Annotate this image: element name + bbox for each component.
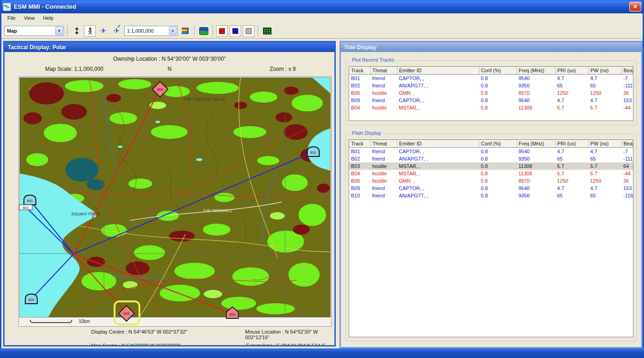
window-frame-left: [0, 0, 1, 358]
tote-body: Plot Recent Tracks TrackThreatEmitter ID…: [341, 52, 641, 347]
cell-freq: 11308: [517, 162, 555, 170]
cell-track: B10: [349, 192, 370, 199]
zoom-level-label: Zoom : x 9: [270, 66, 296, 72]
cell-pri: 65: [555, 82, 588, 89]
table-row[interactable]: B02friendAN/APG77, ,0.893506565-111: [349, 82, 633, 89]
cell-pri: 5.7: [555, 170, 588, 177]
tactical-display-window: Tactical Display: Polar Ownship Location…: [3, 41, 336, 346]
col-header-pw-ns-[interactable]: PW (ns): [588, 140, 621, 148]
layers-button[interactable]: [179, 25, 191, 37]
recent-tracks-table-wrap: TrackThreatEmitter IDConf (%)Freq (MHz)P…: [349, 66, 633, 121]
gray-display-button[interactable]: [243, 25, 254, 37]
cell-emitter: MSTAR, ,: [397, 162, 479, 170]
table-row[interactable]: B04hostileMSTAR, ,0.8113085.75.7-44: [349, 170, 633, 177]
close-button[interactable]: ×: [629, 2, 641, 12]
range-rings-button[interactable]: [71, 25, 82, 37]
col-header-bearing[interactable]: Bearing: [621, 140, 633, 148]
cell-bearing: 153: [621, 97, 633, 104]
cell-pri: 5.7: [555, 162, 588, 170]
col-header-threat[interactable]: Threat: [370, 67, 397, 75]
col-header-conf-[interactable]: Conf (%): [479, 140, 517, 148]
tote-title-bar[interactable]: Tote Display: [341, 42, 641, 52]
map-scale-row: Map Scale: 1:1,000,000 N Zoom : x 9: [5, 66, 334, 73]
scale-bar: [30, 320, 72, 323]
cell-emitter: CAPTOR, ,: [397, 75, 479, 82]
cell-emitter: MSTAR, ,: [397, 104, 479, 111]
cell-pri: 1250: [555, 89, 588, 97]
cell-conf: 0.8: [479, 75, 517, 82]
col-header-track[interactable]: Track: [349, 67, 370, 75]
map-scale-value: 1:1,000,000: [127, 28, 154, 34]
cell-freq: 9540: [517, 97, 555, 104]
cell-bearing: -44: [621, 170, 633, 177]
aircraft-edit-button[interactable]: ✈: [111, 25, 122, 37]
table-row[interactable]: B06hostileGMR, ,0.889701250125036: [349, 177, 633, 185]
col-header-pri-us-[interactable]: PRI (us): [555, 67, 588, 75]
col-header-freq-mhz-[interactable]: Freq (MHz): [517, 67, 555, 75]
col-header-pri-us-[interactable]: PRI (us): [555, 140, 588, 148]
chevron-down-icon[interactable]: ▾: [55, 27, 63, 35]
cell-bearing: 64: [621, 162, 633, 170]
cell-pri: 4.7: [555, 97, 588, 104]
table-row[interactable]: B04hostileMSTAR, ,0.8113085.75.7-44: [349, 104, 633, 111]
col-header-bearing[interactable]: Bearing: [621, 67, 633, 75]
track-symbol-b01[interactable]: B01: [24, 195, 36, 205]
table-row[interactable]: B09friendCAPTOR, ,0.895404.74.7153: [349, 185, 633, 192]
chevron-down-icon[interactable]: ▾: [169, 27, 177, 35]
cell-conf: 0.8: [479, 170, 517, 177]
track-label-b02[interactable]: B02: [19, 205, 32, 210]
cell-conf: 0.8: [479, 192, 517, 199]
cell-track: B01: [349, 148, 370, 155]
table-row[interactable]: B01friendCAPTOR, ,0.895404.74.7-7: [349, 75, 633, 82]
recent-tracks-table: TrackThreatEmitter IDConf (%)Freq (MHz)P…: [349, 67, 633, 111]
table-row[interactable]: B06hostileGMR, ,0.889701250125036: [349, 89, 633, 97]
cell-track: B02: [349, 82, 370, 89]
blue-square-icon: [232, 28, 238, 34]
cell-pw: 4.7: [588, 185, 621, 192]
cell-pw: 65: [588, 192, 621, 199]
table-row[interactable]: B01friendCAPTOR, ,0.895404.74.7-7: [349, 148, 633, 155]
cell-pri: 4.7: [555, 185, 588, 192]
col-header-freq-mhz-[interactable]: Freq (MHz): [517, 140, 555, 148]
view-mode-select[interactable]: Map ▾: [4, 26, 64, 36]
tactical-title-bar[interactable]: Tactical Display: Polar: [5, 42, 334, 52]
col-header-threat[interactable]: Threat: [370, 140, 397, 148]
track-symbol-b09[interactable]: B09: [25, 294, 37, 304]
cell-conf: 0.8: [479, 185, 517, 192]
cell-threat: friend: [370, 155, 397, 162]
blue-display-button[interactable]: [230, 25, 241, 37]
cell-pw: 1250: [588, 177, 621, 185]
red-square-icon: [219, 28, 225, 34]
col-header-emitter-id[interactable]: Emitter ID: [397, 140, 479, 148]
ownship-button[interactable]: [84, 25, 96, 37]
tactical-title: Tactical Display: Polar: [8, 44, 66, 51]
grid-display-button[interactable]: [261, 25, 273, 37]
col-header-emitter-id[interactable]: Emitter ID: [397, 67, 479, 75]
menu-help[interactable]: Help: [39, 14, 58, 22]
menu-file[interactable]: File: [3, 14, 20, 22]
mouse-location-label: Mouse Location : N 54°52'30" W 002°12'16…: [245, 329, 334, 340]
table-row[interactable]: B09friendCAPTOR, ,0.895404.74.7153: [349, 97, 633, 104]
map-centre-label: Map Centre : N 54°30'00" W 003°30'00": [91, 343, 246, 345]
terrain-view-button[interactable]: [198, 25, 209, 37]
map-scale-select[interactable]: 1:1,000,000 ▾: [124, 26, 178, 36]
plain-display-table-wrap: TrackThreatEmitter IDConf (%)Freq (MHz)P…: [349, 139, 633, 337]
aircraft-button[interactable]: ✈: [98, 25, 109, 37]
cell-bearing: -44: [621, 104, 633, 111]
cell-freq: 9350: [517, 192, 555, 199]
cell-track: B06: [349, 89, 370, 97]
toolbar: Map ▾ ✈ ✈ 1:1,000,000 ▾: [1, 23, 643, 39]
track-symbol-b10[interactable]: B10: [307, 147, 319, 156]
table-row[interactable]: B02friendAN/APG77, ,0.893506565-111: [349, 155, 633, 162]
tactical-map[interactable]: THE CHEVIOT HILLS SOLWAY FIRTH THE PENNI…: [20, 78, 330, 317]
col-header-conf-[interactable]: Conf (%): [479, 67, 517, 75]
esm-mmi-app: { "window": { "title": "ESM MMI - Connec…: [0, 0, 644, 358]
cell-emitter: AN/APG77, ,: [397, 82, 479, 89]
table-row[interactable]: B10friendAN/APG77, ,0.893506565-116: [349, 192, 633, 199]
col-header-track[interactable]: Track: [349, 140, 370, 148]
menu-view[interactable]: View: [20, 14, 39, 22]
red-display-button[interactable]: [216, 25, 228, 37]
table-row[interactable]: B03hostileMSTAR, ,0.8113085.75.764: [349, 162, 633, 170]
aircraft-icon: ✈: [100, 27, 106, 35]
col-header-pw-ns-[interactable]: PW (ns): [588, 67, 621, 75]
